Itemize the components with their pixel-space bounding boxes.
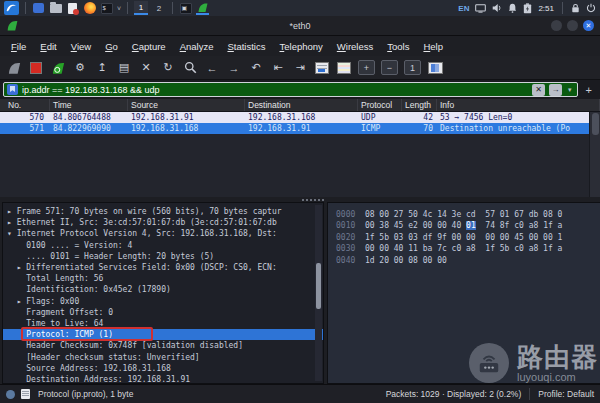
menu-analyze[interactable]: Analyze <box>173 39 221 54</box>
zoom-out-button[interactable]: − <box>381 60 398 75</box>
detail-source-address[interactable]: Source Address: 192.168.31.168 <box>3 363 323 374</box>
splitter-handle[interactable] <box>302 199 326 201</box>
auto-scroll-button[interactable] <box>312 58 332 77</box>
maximize-button[interactable] <box>567 20 578 31</box>
whisker-menu-button[interactable] <box>32 2 45 15</box>
hex-row[interactable]: 0010 00 38 45 e2 00 00 40 01 74 8f c0 a8… <box>336 220 600 231</box>
col-time[interactable]: Time <box>50 99 128 111</box>
close-button[interactable]: ✕ <box>583 20 594 31</box>
detail-total-length[interactable]: Total Length: 56 <box>3 273 323 284</box>
filter-bookmark-icon[interactable] <box>7 84 18 95</box>
menu-go[interactable]: Go <box>98 39 125 54</box>
packet-no: 570 <box>0 112 50 123</box>
workspace-1[interactable]: 1 <box>134 1 148 15</box>
open-file-button[interactable]: ↥ <box>92 58 112 77</box>
detail-identification[interactable]: Identification: 0x45e2 (17890) <box>3 284 323 295</box>
display-icon[interactable] <box>475 4 486 13</box>
filter-add-button[interactable]: + <box>581 84 597 96</box>
expert-info-icon[interactable] <box>6 390 15 399</box>
resize-columns-button[interactable] <box>425 58 445 77</box>
hex-row[interactable]: 0000 08 00 27 50 4c 14 3e cd 57 01 67 db… <box>336 209 600 220</box>
file-manager-button[interactable] <box>49 2 62 15</box>
workspace-2[interactable]: 2 <box>152 1 166 15</box>
profile-label[interactable]: Profile: Default <box>538 389 594 399</box>
kali-menu-button[interactable] <box>4 1 19 15</box>
hex-row[interactable]: 0030 00 00 40 11 ba 7c c0 a8 1f 5b c0 a8… <box>336 243 600 254</box>
firefox-button[interactable] <box>83 2 96 15</box>
filter-value[interactable]: ip.addr == 192.168.31.168 && udp <box>22 85 528 95</box>
zoom-in-button[interactable]: + <box>358 60 375 75</box>
power-icon[interactable] <box>586 3 596 13</box>
packet-list-scrollbar[interactable] <box>589 112 600 197</box>
col-no[interactable]: No. <box>0 99 50 111</box>
details-scrollbar[interactable] <box>315 205 322 381</box>
wireshark-taskbar-button[interactable] <box>196 2 209 15</box>
detail-frame[interactable]: ▸ Frame 571: 70 bytes on wire (560 bits)… <box>3 206 323 217</box>
detail-header-checksum[interactable]: Header Checksum: 0x748f [validation disa… <box>3 340 323 351</box>
detail-header-length[interactable]: .... 0101 = Header Length: 20 bytes (5) <box>3 251 323 262</box>
go-back-button[interactable]: ← <box>202 58 222 77</box>
terminal-button[interactable]: $ <box>100 2 113 15</box>
lock-screen-icon[interactable] <box>571 3 580 13</box>
detail-dsf[interactable]: ▸ Differentiated Services Field: 0x00 (D… <box>3 262 323 273</box>
col-source[interactable]: Source <box>128 99 245 111</box>
menu-file[interactable]: File <box>4 39 33 54</box>
detail-version[interactable]: 0100 .... = Version: 4 <box>3 240 323 251</box>
packet-row-571-selected[interactable]: 571 84.822969090 192.168.31.168 192.168.… <box>0 123 600 134</box>
go-first-packet-button[interactable]: ⇤ <box>268 58 288 77</box>
detail-ip[interactable]: ▾ Internet Protocol Version 4, Src: 192.… <box>3 228 323 239</box>
menu-capture[interactable]: Capture <box>125 39 173 54</box>
menu-edit[interactable]: Edit <box>33 39 63 54</box>
menu-statistics[interactable]: Statistics <box>220 39 272 54</box>
go-last-packet-button[interactable]: ⇥ <box>290 58 310 77</box>
scrollbar-thumb[interactable] <box>316 263 321 309</box>
col-protocol[interactable]: Protocol <box>358 99 402 111</box>
keyboard-layout[interactable]: EN <box>458 4 469 13</box>
filter-dropdown-caret[interactable]: ▾ <box>566 86 574 94</box>
minimize-button[interactable] <box>551 20 562 31</box>
start-capture-button[interactable] <box>4 58 24 77</box>
col-info[interactable]: Info <box>437 99 600 111</box>
menu-help[interactable]: Help <box>416 39 450 54</box>
display-filter-input[interactable]: ip.addr == 192.168.31.168 && udp ✕ → ▾ <box>3 82 578 97</box>
capture-options-button[interactable]: ⚙ <box>70 58 90 77</box>
text-editor-button[interactable] <box>66 2 79 15</box>
packet-row-570[interactable]: 570 84.806764488 192.168.31.91 192.168.3… <box>0 112 600 123</box>
detail-protocol-selected[interactable]: Protocol: ICMP (1) <box>3 329 323 340</box>
notifications-bell-icon[interactable] <box>508 3 517 13</box>
detail-checksum-status[interactable]: [Header checksum status: Unverified] <box>3 352 323 363</box>
find-packet-button[interactable] <box>180 58 200 77</box>
clock[interactable]: 2:51 <box>538 4 554 13</box>
reload-file-button[interactable]: ↻ <box>158 58 178 77</box>
close-file-button[interactable]: ✕ <box>136 58 156 77</box>
detail-flags[interactable]: ▸ Flags: 0x00 <box>3 296 323 307</box>
go-to-packet-button[interactable]: ↶ <box>246 58 266 77</box>
colorize-button[interactable] <box>334 58 354 77</box>
volume-icon[interactable] <box>492 3 502 13</box>
detail-destination-address[interactable]: Destination Address: 192.168.31.91 <box>3 374 323 384</box>
filter-apply-button[interactable]: → <box>549 84 562 96</box>
stop-capture-button[interactable] <box>26 58 46 77</box>
detail-ttl[interactable]: Time to Live: 64 <box>3 318 323 329</box>
capture-comment-icon[interactable] <box>21 389 30 399</box>
detail-ethernet[interactable]: ▸ Ethernet II, Src: 3e:cd:57:01:67:db (3… <box>3 217 323 228</box>
col-destination[interactable]: Destination <box>245 99 358 111</box>
battery-charging-icon[interactable] <box>523 3 532 14</box>
scrollbar-thumb[interactable] <box>592 113 599 135</box>
hex-row[interactable]: 0020 1f 5b 03 03 df 9f 00 00 00 00 45 00… <box>336 232 600 243</box>
hex-row[interactable]: 0040 1d 20 00 08 00 00 <box>336 255 600 266</box>
window-titlebar[interactable]: *eth0 ✕ <box>0 16 600 36</box>
screenshot-tool-button[interactable]: ▣ <box>179 2 192 15</box>
launcher-dropdown-caret[interactable]: ˅ <box>117 5 121 12</box>
col-length[interactable]: Length <box>402 99 437 111</box>
save-file-button[interactable]: ▤ <box>114 58 134 77</box>
menu-view[interactable]: View <box>64 39 98 54</box>
filter-clear-button[interactable]: ✕ <box>532 84 545 96</box>
restart-capture-button[interactable] <box>48 58 68 77</box>
detail-fragment-offset[interactable]: Fragment Offset: 0 <box>3 307 323 318</box>
zoom-100-button[interactable]: 1 <box>404 60 421 75</box>
menu-tools[interactable]: Tools <box>380 39 416 54</box>
menu-telephony[interactable]: Telephony <box>273 39 330 54</box>
go-forward-button[interactable]: → <box>224 58 244 77</box>
menu-wireless[interactable]: Wireless <box>330 39 380 54</box>
